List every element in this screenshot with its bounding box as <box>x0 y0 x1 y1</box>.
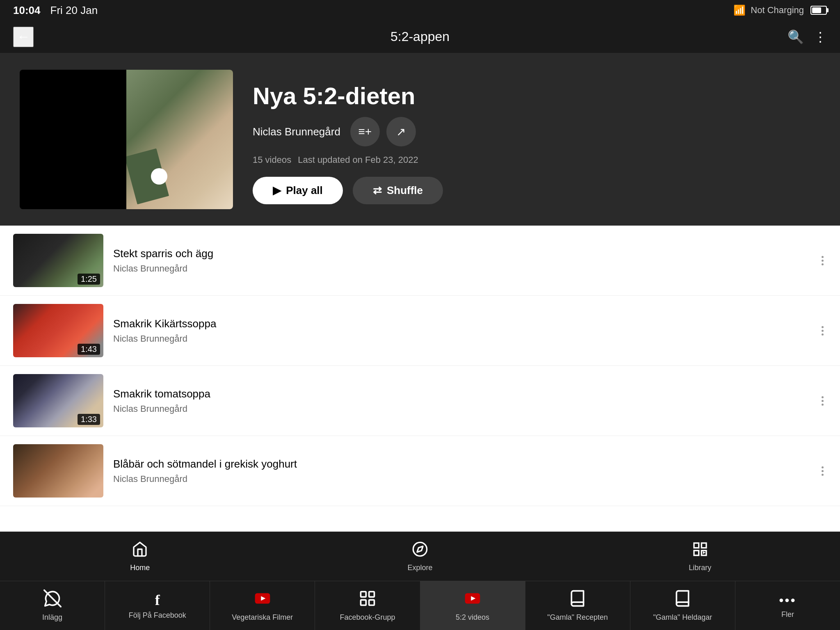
playlist-buttons: ▶ Play all ⇄ Shuffle <box>253 177 820 204</box>
app-bar-label-2: Vegetariska Filmer <box>232 613 293 622</box>
video-thumbnail: 1:33 <box>13 374 103 427</box>
video-count: 15 videos <box>253 155 291 165</box>
app-bar-label-7: Fler <box>781 610 794 619</box>
status-time: 10:04 <box>13 4 41 17</box>
video-title: Smakrik tomatsoppa <box>113 388 808 400</box>
bottom-nav: Home Explore Library <box>0 532 840 581</box>
app-bar-item-2[interactable]: Vegetariska Filmer <box>210 581 315 630</box>
inlagg-icon <box>43 589 62 607</box>
app-bar-item-3[interactable]: Facebook-Grupp <box>315 581 420 630</box>
video-thumbnail <box>13 444 103 498</box>
video-thumbnail: 1:25 <box>13 234 103 287</box>
app-bar-item-1[interactable]: f Följ På Facebook <box>105 581 210 630</box>
add-queue-icon: ≡+ <box>358 125 372 138</box>
shuffle-icon: ⇄ <box>373 184 382 197</box>
playlist-channel: Niclas Brunnegård <box>253 126 340 138</box>
thumbnail-left <box>20 70 126 209</box>
playlist-action-icons: ≡+ ↗ <box>350 117 416 146</box>
app-bar-icon-6 <box>673 589 692 611</box>
thumbnail-right <box>126 70 233 209</box>
heldagar-icon <box>673 589 692 607</box>
svg-point-0 <box>413 542 427 556</box>
video-item[interactable]: 1:33 Smakrik tomatsoppa Niclas Brunnegår… <box>0 366 840 436</box>
app-bar-item-4[interactable]: 5:2 videos <box>420 581 525 630</box>
nav-item-library[interactable]: Library <box>560 537 840 576</box>
svg-rect-12 <box>369 600 374 605</box>
nav-icon-explore <box>412 541 428 561</box>
app-bar-item-7[interactable]: ••• Fler <box>735 581 840 630</box>
app-bar-item-0[interactable]: Inlägg <box>0 581 105 630</box>
facebook-icon: f <box>155 592 160 608</box>
play-all-button[interactable]: ▶ Play all <box>253 177 343 204</box>
video-channel-label: Niclas Brunnegård <box>113 333 808 344</box>
app-bar-icon-1: f <box>155 591 160 609</box>
app-bar-icon-5 <box>568 589 587 611</box>
playlist-info: Nya 5:2-dieten Niclas Brunnegård ≡+ ↗ 15… <box>253 75 820 205</box>
video-item[interactable]: Blåbär och sötmandel i grekisk yoghurt N… <box>0 436 840 506</box>
svg-marker-1 <box>417 546 423 552</box>
video-duration: 1:25 <box>78 274 100 285</box>
video-title: Stekt sparris och ägg <box>113 247 808 260</box>
last-updated: Last updated on Feb 23, 2022 <box>298 155 418 165</box>
video-channel-label: Niclas Brunnegård <box>113 263 808 274</box>
recepten-icon <box>568 589 587 607</box>
app-bar-icon-2 <box>253 589 272 611</box>
battery-status: Not Charging <box>751 5 804 16</box>
playlist-header: Nya 5:2-dieten Niclas Brunnegård ≡+ ↗ 15… <box>0 53 840 226</box>
app-bar-label-6: "Gamla" Heldagar <box>653 613 712 622</box>
app-bar-label-3: Facebook-Grupp <box>340 613 395 622</box>
video-more-button[interactable] <box>818 323 827 339</box>
share-button[interactable]: ↗ <box>386 117 416 146</box>
app-bar-item-5[interactable]: "Gamla" Recepten <box>525 581 630 630</box>
playlist-thumbnail <box>20 70 233 209</box>
video-channel-label: Niclas Brunnegård <box>113 404 808 414</box>
app-bar-label-1: Följ På Facebook <box>129 611 186 620</box>
video-text: Smakrik tomatsoppa Niclas Brunnegård <box>113 388 808 414</box>
more-icon: ••• <box>779 593 797 607</box>
app-bar-label-4: 5:2 videos <box>456 613 489 622</box>
shuffle-label: Shuffle <box>387 184 423 197</box>
search-icon[interactable]: 🔍 <box>788 29 804 45</box>
app-bar-label-5: "Gamla" Recepten <box>547 613 608 622</box>
svg-rect-11 <box>361 600 366 605</box>
video-more-button[interactable] <box>818 463 827 479</box>
app-bar-icon-0 <box>43 589 62 611</box>
video-thumbnail: 1:43 <box>13 304 103 357</box>
video-duration: 1:33 <box>78 414 100 425</box>
back-button[interactable]: ← <box>13 27 34 47</box>
video-item[interactable]: 1:25 Stekt sparris och ägg Niclas Brunne… <box>0 226 840 296</box>
shuffle-button[interactable]: ⇄ Shuffle <box>353 177 443 204</box>
svg-marker-6 <box>703 551 705 554</box>
nav-label: Library <box>689 564 711 572</box>
video-text: Smakrik Kikärtssoppa Niclas Brunnegård <box>113 317 808 344</box>
video-item[interactable]: 1:43 Smakrik Kikärtssoppa Niclas Brunneg… <box>0 296 840 366</box>
video-list: 1:25 Stekt sparris och ägg Niclas Brunne… <box>0 226 840 532</box>
nav-item-home[interactable]: Home <box>0 537 280 576</box>
header-actions: 🔍 ⋮ <box>788 29 827 45</box>
video-more-button[interactable] <box>818 253 827 269</box>
svg-rect-10 <box>369 592 374 597</box>
app-bar-label-0: Inlägg <box>42 613 62 622</box>
svg-rect-4 <box>694 550 699 555</box>
wifi-icon: 📶 <box>733 5 746 16</box>
explore-icon <box>412 541 428 557</box>
nav-icon-home <box>132 541 148 561</box>
svg-rect-2 <box>694 543 699 548</box>
app-bar-icon-7: ••• <box>779 593 797 608</box>
battery-icon <box>810 6 827 15</box>
app-bar-icon-4 <box>463 589 482 611</box>
main-content: Nya 5:2-dieten Niclas Brunnegård ≡+ ↗ 15… <box>0 53 840 532</box>
playlist-title: Nya 5:2-dieten <box>253 83 820 109</box>
app-bar-item-6[interactable]: "Gamla" Heldagar <box>630 581 735 630</box>
video-more-button[interactable] <box>818 393 827 409</box>
play-all-label: Play all <box>286 184 323 197</box>
nav-item-explore[interactable]: Explore <box>280 537 560 576</box>
nav-label: Explore <box>407 564 432 572</box>
app-bar: Inlägg f Följ På Facebook Vegetariska Fi… <box>0 581 840 630</box>
nav-label: Home <box>130 564 150 572</box>
add-to-queue-button[interactable]: ≡+ <box>350 117 380 146</box>
app-header: ← 5:2-appen 🔍 ⋮ <box>0 21 840 53</box>
video-title: Smakrik Kikärtssoppa <box>113 317 808 330</box>
facebook-group-icon <box>358 589 377 607</box>
more-options-icon[interactable]: ⋮ <box>814 29 827 45</box>
